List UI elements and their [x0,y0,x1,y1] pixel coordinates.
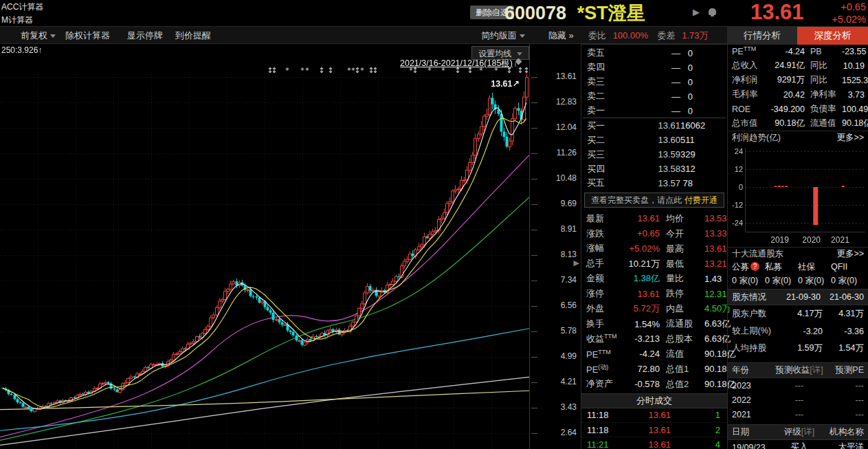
stat-label: 净资产 [586,377,627,390]
stock-name: *ST澄星 [577,3,645,23]
stat-value: -3.213 [627,333,660,344]
paywall-banner[interactable]: 查看完整买卖盘，请点此付费开通 [584,193,724,208]
profit-trend-chart-canvas [728,144,868,247]
snapshot-date: 21-09-30 [777,292,821,302]
profit-trend-title: 利润趋势(亿) [732,132,781,144]
kline-chart-canvas[interactable] [0,44,529,449]
bid-level-label: 买三 [587,149,623,161]
tab-quote-analysis[interactable]: 行情分析 [727,27,797,45]
ask-row: 卖四 — 0 [581,61,727,75]
holder-stat-value: 1.54万 [823,342,864,354]
fundamental-label: PETTM [732,45,766,56]
price-axis-label: 13.61 [530,64,581,89]
change-value: +0.65 [822,1,866,13]
fundamental-value: -4.24 [766,47,805,56]
ma250-readout: 250:3.926↑ [1,45,42,55]
fundamental-row: 总收入 24.91亿 同比 10.19 [728,58,868,73]
weibi-weicha-readout: 委比 100.00% 委差 1.73万 [588,30,715,42]
bid-price: 13.58 [623,164,680,174]
fundamental-label: 总市值 [732,117,766,129]
profit-trend-header: 利润趋势(亿) 更多>> [728,131,868,144]
ask-row: 卖五 — 0 [581,46,727,61]
ask-level-label: 卖二 [587,90,623,102]
fundamental-label: PB [805,47,842,56]
ask-row: 卖三 — 0 [581,75,727,89]
bid-volume: 78 [680,178,693,188]
fundamental-row: 净利润 9291万 同比 1525.32 [728,73,868,87]
stat-label: 总值1 [660,363,704,375]
forecast-year: 2022 [732,395,775,405]
stock-code: 600078 [504,3,566,23]
fundamental-label: 毛利率 [732,88,766,100]
ask-level-label: 卖三 [587,76,623,88]
stat-value: 13.61 [704,243,727,254]
tick-trades-header: 分时成交 [581,393,727,408]
fundamental-value: 90.18亿 [842,118,868,129]
stat-label: 换手 [586,318,627,330]
tab-depth-analysis[interactable]: 深度分析 [797,27,868,45]
fundamental-value: 20.42 [766,90,805,100]
menu-item-calculator[interactable]: M计算器 [1,14,33,26]
bid-level-label: 买四 [587,163,623,175]
stat-value: +5.02% [627,243,660,254]
fundamental-label: 同比 [805,74,842,86]
stat-row: 外盘 5.72万 内盘 4.50万 [581,301,727,316]
stat-value: 13.21 [704,259,727,269]
bid-price: 13.60 [623,135,680,145]
price-axis-label: 5.78 [530,318,581,344]
forecast-pe: --- [824,381,864,391]
detail-link[interactable]: [详] [810,365,823,375]
toolbar-item-show-suspended[interactable]: 显示停牌 [127,30,163,42]
trading-app-window: ACC计算器 M计算器 删除自选 ◀ 600078 *ST澄星 ▶ 13.61 … [0,0,868,449]
holder-stat-value: 4.17万 [781,308,823,320]
price-axis-label: 10.48 [530,166,581,191]
price-axis-label: 2.64 [530,420,581,446]
stat-value: 13.53 [704,213,727,223]
toolbar-item-exright-calc[interactable]: 除权计算器 [65,30,110,42]
panel-collapse-handle[interactable]: ▶ [574,259,579,267]
holder-stat-value: 4.31万 [823,308,864,320]
stat-row: PETTM -4.24 流值 90.18亿 [581,347,727,362]
prev-stock-arrow-icon[interactable]: ◀ [489,7,496,17]
holder-category: 公募? [732,261,765,273]
weicha-label: 委差 [658,30,676,41]
price-axis-label: 11.26 [530,140,581,166]
chevron-down-icon [517,52,522,56]
stat-value: 13.33 [704,228,727,239]
price-axis: 13.61 12.83 12.04 11.26 10.48 9.69 8.91 … [529,44,581,449]
holder-stat-value: -3.20 [781,327,823,336]
menu-item-calculator[interactable]: ACC计算器 [1,1,43,13]
rating-value: 买入 [775,441,824,449]
ask-price: — [623,106,680,116]
date-range-link[interactable]: 2021/3/16-2021/12/16(185根) [289,58,513,69]
hide-panel-button[interactable]: 隐藏 » [548,30,574,42]
toolbar-item-price-alert[interactable]: 到价提醒 [175,30,211,42]
next-stock-arrow-icon[interactable]: ▶ [693,7,700,17]
bid-price: 13.61 [623,120,680,131]
profit-trend-more-link[interactable]: 更多>> [836,132,864,144]
simple-layout-dropdown[interactable]: 简约版面 [481,30,525,42]
fundamental-row: ROE -349.200 负债率 100.49 [728,102,868,116]
stat-value: -0.578 [627,379,660,389]
top-holders-title: 十大流通股东 [732,248,783,260]
holder-category: 私募 [765,261,798,273]
trade-volume: 1 [671,410,720,420]
stat-row: 净资产 -0.578 总值2 90.18亿 [581,377,727,392]
bell-icon[interactable] [709,8,716,15]
bid-level-label: 买一 [587,120,623,132]
price-axis-label: 7.34 [530,267,581,293]
tick-trade-row: 11:18 13.61 1 [581,408,727,423]
adjust-mode-dropdown[interactable]: 前复权 [21,30,56,42]
trade-time: 11:21 [587,439,623,449]
stat-label: 外盘 [586,303,627,315]
stat-value: 72.80 [627,364,660,374]
paywall-upgrade-link[interactable]: 付费开通 [685,195,717,205]
holder-count: 0 家(0) [798,275,831,287]
top-holders-more-link[interactable]: 更多>> [836,248,864,260]
stat-label: 流值 [660,348,704,360]
detail-link[interactable]: [详] [801,427,814,437]
trade-price: 13.61 [623,439,671,449]
question-badge-icon[interactable]: ? [750,262,759,271]
price-axis-label: 4.21 [530,369,581,395]
stat-value: 12.31 [704,289,727,299]
